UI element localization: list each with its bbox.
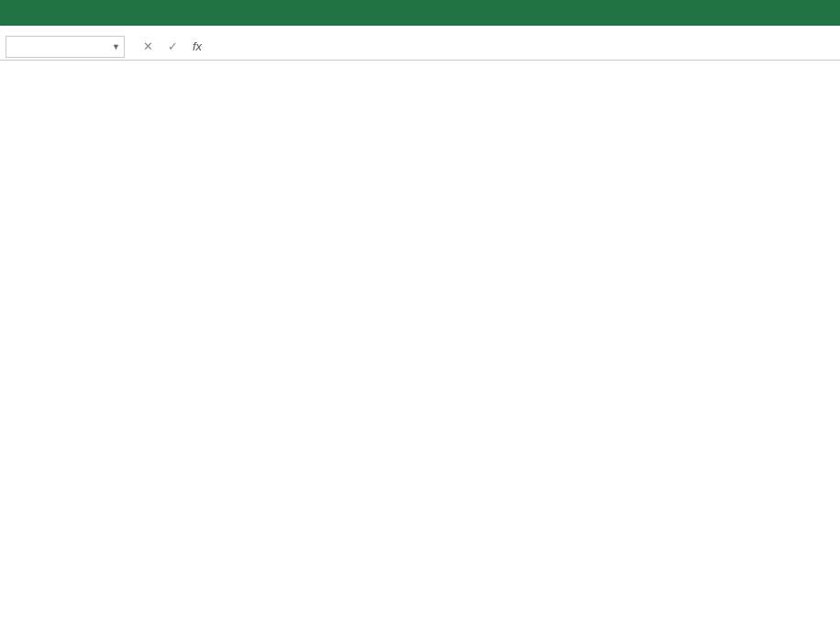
enter-icon[interactable]: ✓ xyxy=(168,39,178,53)
name-box[interactable]: ▼ xyxy=(6,36,125,58)
formula-input[interactable] xyxy=(209,36,840,58)
formula-controls: ✕ ✓ fx xyxy=(136,39,209,53)
ribbon-tabs xyxy=(0,0,840,26)
fx-icon[interactable]: fx xyxy=(193,39,202,53)
name-box-dropdown-icon[interactable]: ▼ xyxy=(112,42,120,51)
formula-bar: ▼ ✕ ✓ fx xyxy=(0,33,840,61)
cancel-icon[interactable]: ✕ xyxy=(143,39,153,53)
